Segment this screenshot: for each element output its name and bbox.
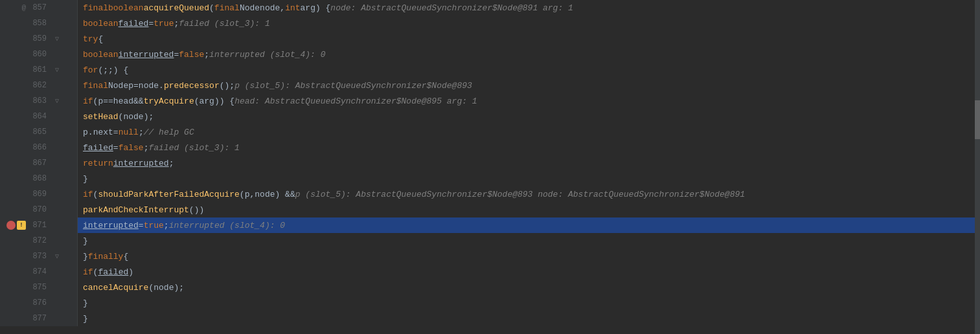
- token: failed: [119, 19, 149, 28]
- code-line: 875 cancelAcquire(node);: [0, 280, 980, 295]
- code-line: 876 }: [0, 295, 980, 311]
- fold-control[interactable]: ▽: [52, 97, 62, 105]
- line-number: 867: [26, 159, 52, 168]
- line-icon-area: [0, 155, 26, 171]
- token: interrupted (slot_4): 0: [169, 221, 285, 230]
- line-content: for (;;) {: [78, 62, 980, 78]
- token: p: [83, 128, 88, 137]
- line-content: try {: [78, 31, 980, 47]
- token: );: [144, 112, 154, 122]
- token: =: [139, 221, 144, 230]
- code-line: 866 failed = false; failed (slot_3): 1: [0, 140, 980, 155]
- line-icon-area: [0, 186, 26, 202]
- token: if: [83, 267, 93, 277]
- scrollbar-thumb[interactable]: [975, 100, 980, 139]
- token: arg: [301, 3, 315, 13]
- breakpoint-icon[interactable]: [6, 221, 16, 230]
- token: setHead: [83, 112, 119, 122]
- fold-control[interactable]: ▽: [52, 35, 62, 43]
- line-icon-area: [0, 249, 26, 264]
- token: node: AbstractQueuedSynchronizer$Node@89…: [330, 3, 573, 13]
- scrollbar[interactable]: [975, 0, 980, 334]
- line-number: 874: [26, 267, 52, 276]
- token: {: [123, 252, 128, 262]
- token: tryAcquire: [144, 96, 194, 106]
- token: ) &&: [275, 190, 295, 199]
- line-number: 860: [26, 50, 52, 59]
- token: shouldParkAfterFailedAcquire: [98, 190, 239, 199]
- line-gutter: 872: [0, 233, 78, 249]
- token: node: [260, 3, 280, 13]
- token: (: [240, 190, 245, 199]
- code-line: 858 boolean failed = true; failed (slot_…: [0, 16, 980, 31]
- token: ;: [164, 221, 169, 230]
- code-line: 872 }: [0, 233, 980, 249]
- fold-control[interactable]: ▽: [52, 66, 62, 74]
- line-content: return interrupted;: [78, 155, 980, 171]
- line-content: cancelAcquire(node);: [78, 280, 980, 295]
- line-number: 858: [26, 19, 52, 28]
- warning-icon[interactable]: !: [17, 221, 26, 230]
- line-gutter: 877: [0, 311, 78, 326]
- token: =: [174, 50, 179, 60]
- code-line: 862 final Node p = node.predecessor(); p…: [0, 78, 980, 93]
- token: if: [83, 190, 93, 199]
- token: }: [83, 314, 88, 324]
- token: p: [128, 81, 133, 91]
- token: node: [154, 283, 174, 293]
- line-content: interrupted = true; interrupted (slot_4)…: [78, 217, 980, 233]
- token: .: [159, 81, 164, 91]
- code-line: 860 boolean interrupted = false; interru…: [0, 47, 980, 62]
- token: interrupted: [83, 221, 139, 230]
- line-content: parkAndCheckInterrupt()): [78, 202, 980, 217]
- token: ==: [103, 96, 113, 106]
- line-content: }: [78, 311, 980, 326]
- annotation-icon: @: [21, 4, 26, 12]
- token: arg: [199, 96, 214, 106]
- line-number: 865: [26, 128, 52, 137]
- line-gutter: !871: [0, 217, 78, 233]
- line-gutter: 864: [0, 109, 78, 124]
- code-line: 859▽ try {: [0, 31, 980, 47]
- token: node: [123, 112, 143, 122]
- token: boolean: [108, 3, 144, 13]
- line-number: 872: [26, 236, 52, 245]
- fold-control[interactable]: ▽: [52, 252, 62, 260]
- token: ;: [169, 159, 174, 168]
- line-icon-area: [0, 264, 26, 280]
- line-icon-area: [0, 109, 26, 124]
- line-gutter: 868: [0, 171, 78, 186]
- token: .: [88, 128, 93, 137]
- line-gutter: 870: [0, 202, 78, 217]
- code-editor: @857 final boolean acquireQueued(final N…: [0, 0, 980, 334]
- line-content: boolean interrupted = false; interrupted…: [78, 47, 980, 62]
- token: boolean: [83, 50, 119, 60]
- line-content: if (shouldParkAfterFailedAcquire(p, node…: [78, 186, 980, 202]
- token: false: [119, 143, 144, 153]
- line-icon-area: [0, 295, 26, 311]
- line-content: p.next = null; // help GC: [78, 124, 980, 140]
- line-number: 862: [26, 81, 52, 90]
- line-content: if (p == head && tryAcquire(arg)) { head…: [78, 93, 980, 109]
- line-number: 871: [26, 221, 52, 230]
- token: cancelAcquire: [83, 283, 148, 293]
- token: next: [93, 128, 113, 137]
- token: true: [154, 19, 174, 28]
- token: acquireQueued: [144, 3, 209, 13]
- token: final: [214, 3, 240, 13]
- code-line: 870 parkAndCheckInterrupt()): [0, 202, 980, 217]
- line-gutter: 860: [0, 47, 78, 62]
- code-line: 867 return interrupted;: [0, 155, 980, 171]
- token: ,: [280, 3, 285, 13]
- line-content: }: [78, 233, 980, 249]
- code-line: 877 }: [0, 311, 980, 326]
- line-icon-area: !: [0, 217, 26, 233]
- line-icon-area: [0, 233, 26, 249]
- token: (: [119, 112, 124, 122]
- code-line: 873▽ } finally {: [0, 249, 980, 264]
- line-icon-area: [0, 280, 26, 295]
- line-icon-area: [0, 171, 26, 186]
- token: =: [148, 19, 154, 28]
- line-gutter: 867: [0, 155, 78, 171]
- code-line: 864 setHead(node);: [0, 109, 980, 124]
